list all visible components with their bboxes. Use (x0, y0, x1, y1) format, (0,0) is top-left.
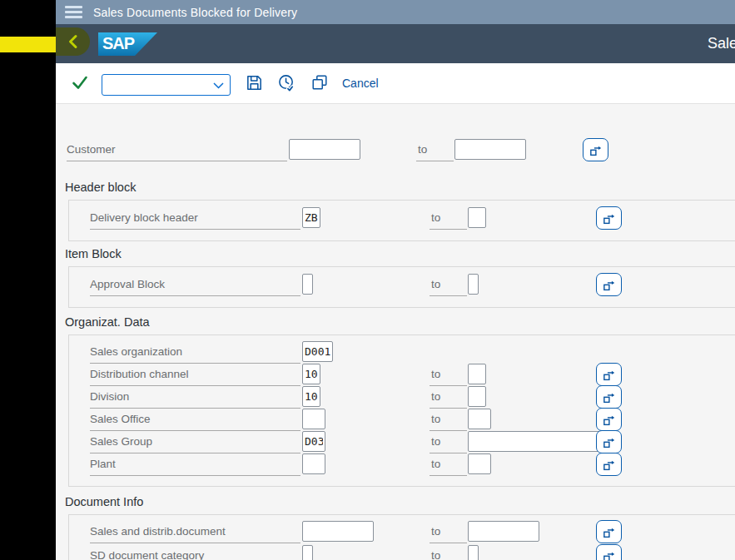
chevron-down-icon[interactable] (213, 82, 224, 89)
field-label: Plant (90, 458, 300, 476)
top-bar: Sales Documents Blocked for Delivery (56, 0, 735, 24)
highlight-marker (0, 37, 56, 52)
form-row: Division to (69, 386, 735, 409)
to-label: to (430, 278, 467, 296)
variant-input[interactable] (102, 75, 209, 95)
sd-document-category-to-input[interactable] (468, 545, 479, 560)
multi-select-button[interactable] (596, 430, 622, 453)
multi-select-button[interactable] (596, 544, 622, 560)
form-row: Sales and distrib.document to (69, 521, 735, 543)
multi-select-icon (602, 211, 616, 225)
distribution-channel-to-input[interactable] (468, 364, 486, 384)
delivery-block-to-input[interactable] (468, 207, 486, 228)
back-button[interactable] (56, 27, 90, 56)
section-box-header-block: Delivery block header to (68, 200, 735, 241)
multi-select-button[interactable] (596, 385, 622, 409)
multi-select-button[interactable] (596, 206, 622, 230)
plant-from-input[interactable] (302, 453, 325, 474)
multi-select-button[interactable] (583, 138, 608, 161)
to-label: to (430, 390, 467, 409)
toolbar: Cancel (56, 63, 735, 104)
form-row: Sales Office to (69, 409, 735, 431)
section-title: Header block (65, 181, 136, 194)
section-box-item-block: Approval Block to (68, 266, 735, 308)
multi-select-icon (602, 278, 616, 292)
sales-organization-input[interactable] (302, 341, 333, 362)
sales-document-from-input[interactable] (302, 521, 374, 542)
to-label: to (416, 143, 454, 161)
schedule-button[interactable] (276, 72, 298, 95)
multi-select-button[interactable] (596, 408, 622, 431)
shell-title: Sale (708, 35, 735, 52)
field-label: Distribution channel (90, 368, 300, 386)
division-from-input[interactable] (302, 386, 320, 407)
form-row: Approval Block to (69, 274, 735, 296)
multi-select-icon (602, 435, 616, 449)
top-bar-title: Sales Documents Blocked for Delivery (93, 6, 297, 19)
field-label: Approval Block (90, 278, 300, 296)
sap-logo[interactable]: SAP (98, 32, 157, 56)
field-label: Sales Group (90, 435, 300, 453)
division-to-input[interactable] (468, 386, 486, 407)
to-label: to (430, 413, 467, 431)
cancel-link[interactable]: Cancel (342, 77, 379, 90)
to-label: to (430, 435, 467, 453)
form-row: Sales organization (69, 341, 735, 364)
multi-select-button[interactable] (596, 363, 622, 386)
section-box-document-info: Sales and distrib.document to SD documen… (68, 514, 735, 560)
multi-select-button[interactable] (596, 273, 622, 296)
section-box-organizational-data: Sales organization Distribution channel … (68, 335, 735, 487)
copy-button[interactable] (308, 72, 330, 95)
sales-office-to-input[interactable] (468, 409, 491, 429)
shell-bar: SAP Sale (56, 24, 735, 63)
multi-select-icon (602, 549, 616, 560)
copy-icon (310, 73, 329, 92)
form-row: Distribution channel to (69, 364, 735, 386)
sd-document-category-from-input[interactable] (302, 545, 313, 560)
field-label: Sales and distrib.document (90, 525, 300, 543)
field-label: Sales Office (90, 413, 300, 431)
execute-button[interactable] (72, 75, 88, 92)
field-label: SD document category (90, 549, 300, 560)
to-label: to (430, 525, 467, 543)
sales-group-to-input[interactable] (468, 431, 613, 452)
form-row: Delivery block header to (69, 207, 735, 230)
form-row: Plant to (69, 453, 735, 476)
multi-select-icon (602, 368, 616, 382)
multi-select-icon (602, 413, 616, 427)
approval-block-to-input[interactable] (468, 274, 479, 295)
field-label: Division (90, 390, 300, 409)
delivery-block-from-input[interactable] (302, 207, 320, 228)
form-row: Sales Group to (69, 431, 735, 453)
sales-document-to-input[interactable] (468, 521, 539, 542)
selection-screen: Customer to Header block Delivery block … (56, 104, 735, 560)
sales-office-from-input[interactable] (302, 409, 325, 429)
sap-logo-text: SAP (102, 34, 134, 52)
save-icon (245, 73, 264, 92)
plant-to-input[interactable] (468, 453, 491, 474)
form-row: SD document category to (69, 545, 735, 560)
section-title: Item Block (65, 247, 122, 260)
checkmark-icon (72, 75, 88, 90)
field-label: Sales organization (90, 345, 300, 364)
menu-icon[interactable] (65, 6, 82, 18)
main-area: Sales Documents Blocked for Delivery SAP… (56, 0, 735, 560)
section-title: Document Info (65, 495, 143, 508)
customer-from-input[interactable] (289, 139, 360, 160)
save-button[interactable] (243, 72, 266, 95)
multi-select-button[interactable] (596, 453, 622, 476)
field-label: Delivery block header (90, 211, 300, 230)
multi-select-button[interactable] (596, 520, 622, 543)
clock-icon (277, 73, 296, 92)
variant-combobox[interactable] (102, 74, 231, 96)
form-row-customer: Customer to (56, 139, 735, 161)
distribution-channel-from-input[interactable] (302, 364, 320, 384)
customer-to-input[interactable] (454, 139, 526, 160)
section-title: Organizat. Data (65, 315, 150, 329)
multi-select-icon (588, 143, 603, 157)
approval-block-from-input[interactable] (302, 274, 313, 295)
sales-group-from-input[interactable] (302, 431, 325, 452)
field-label: Customer (67, 143, 287, 161)
chevron-left-icon (66, 33, 81, 50)
to-label: to (430, 458, 467, 476)
